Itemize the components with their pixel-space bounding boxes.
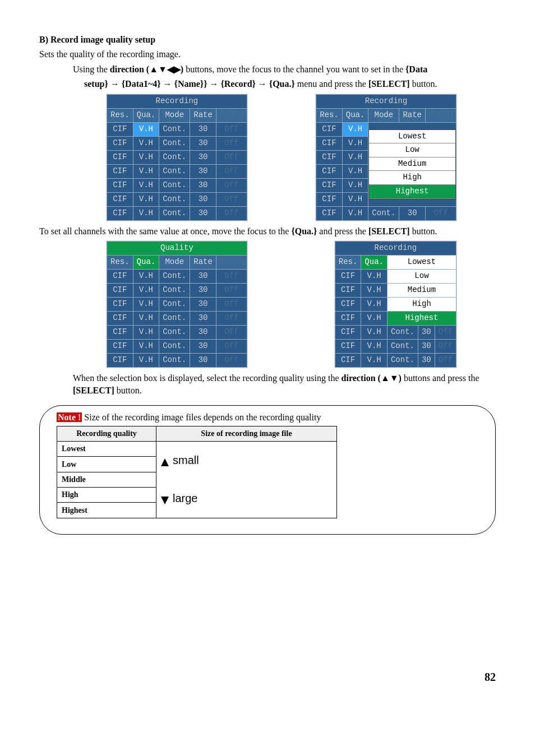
cell: 30 — [418, 325, 435, 339]
quality-dropdown[interactable]: Lowest Low Medium High Highest — [368, 129, 456, 200]
cell: V.H — [342, 192, 368, 206]
col-res: Res. — [316, 108, 343, 122]
table-row[interactable]: CIFV.HHigh — [335, 297, 456, 311]
size-diagram: small large — [156, 441, 337, 518]
table-row[interactable]: CIFV.HCont.30Off — [107, 164, 247, 178]
cell: Off — [216, 311, 247, 325]
dropdown-option[interactable]: Lowest — [369, 130, 455, 144]
txt: buttons and press the — [402, 373, 479, 383]
txt: [SELECT] — [368, 79, 410, 89]
dropdown-option[interactable]: Medium — [369, 157, 455, 171]
table-row[interactable]: CIFV.HCont.30Off — [107, 206, 247, 220]
col-qua-selected[interactable]: Qua. — [133, 255, 159, 269]
cell: Cont. — [159, 353, 190, 367]
table-title: Recording — [107, 94, 247, 108]
cell: CIF — [107, 283, 133, 297]
table-row[interactable]: CIFV.HCont.30Off — [107, 122, 247, 136]
quality-option[interactable]: High — [387, 297, 456, 311]
page-number: 82 — [39, 669, 496, 685]
quality-level: Highest — [57, 503, 156, 518]
cell-selected[interactable]: V.H — [133, 122, 159, 136]
cell: Off — [216, 136, 247, 150]
txt: Using the — [73, 64, 110, 74]
table-row[interactable]: CIFV.HCont.30Off — [107, 192, 247, 206]
cell: 30 — [190, 206, 216, 220]
cell: Cont. — [159, 150, 190, 164]
table-row[interactable]: CIFV.HCont.30Off — [107, 297, 247, 311]
table-row[interactable]: CIFV.HMedium — [335, 283, 456, 297]
cell: CIF — [107, 269, 133, 283]
cell: CIF — [316, 136, 343, 150]
table-row[interactable]: CIFV.HCont.30Off — [107, 353, 247, 367]
cell: V.H — [133, 339, 159, 353]
txt: When the selection box is displayed, sel… — [73, 373, 342, 383]
arrow-icon: → — [207, 79, 220, 89]
cell: CIF — [335, 325, 361, 339]
table-row[interactable]: CIFV.HCont.30Off — [107, 325, 247, 339]
cell: CIF — [107, 164, 133, 178]
instruction-line-1: Using the direction (▲▼◀▶) buttons, move… — [73, 63, 496, 76]
cell: Off — [216, 150, 247, 164]
cell: 30 — [418, 339, 435, 353]
txt: buttons, move the focus to the channel y… — [183, 64, 405, 74]
table-row[interactable]: CIFV.HCont.30Off — [107, 136, 247, 150]
note-th-quality: Recording quality — [57, 426, 156, 442]
dropdown-option[interactable]: High — [369, 171, 455, 185]
col-rate: Rate — [399, 108, 426, 122]
cell: Cont. — [387, 325, 418, 339]
table-row[interactable]: CIFV.HCont.30Off — [107, 178, 247, 192]
col-qua-selected[interactable]: Qua. — [361, 255, 388, 269]
small-label: small — [173, 454, 199, 466]
table-row[interactable]: CIFV.HHighest — [335, 311, 456, 325]
cell: CIF — [107, 297, 133, 311]
quality-option[interactable]: Lowest — [387, 255, 456, 269]
cell: Off — [216, 269, 247, 283]
dropdown-option[interactable]: Low — [369, 143, 455, 157]
col-qua: Qua. — [133, 108, 159, 122]
table-row[interactable]: CIFV.HCont.30Off — [335, 353, 456, 367]
direction-label: direction (▲▼◀▶) — [110, 64, 183, 74]
quality-option[interactable]: Low — [387, 269, 456, 283]
quality-level: High — [57, 487, 156, 502]
quality-option[interactable]: Medium — [387, 283, 456, 297]
cell: V.H — [133, 150, 159, 164]
cell: CIF — [316, 206, 343, 220]
cell: 30 — [190, 122, 216, 136]
table-row[interactable]: CIFV.HCont.30Off — [335, 339, 456, 353]
cell: Off — [216, 206, 247, 220]
cell: CIF — [335, 353, 361, 367]
table-row[interactable]: CIFV.HCont.30Off — [316, 206, 456, 220]
cell: V.H — [361, 339, 388, 353]
cell: CIF — [107, 150, 133, 164]
dropdown-option-selected[interactable]: Highest — [369, 185, 455, 199]
cell: V.H — [133, 164, 159, 178]
table-row[interactable]: CIFV.HCont.30Off — [107, 339, 247, 353]
table-row[interactable]: CIFV.HCont.30Off — [107, 311, 247, 325]
table-row[interactable]: CIFV.HCont.30Off — [107, 283, 247, 297]
cell: CIF — [107, 192, 133, 206]
cell: Cont. — [159, 297, 190, 311]
cell: V.H — [361, 311, 388, 325]
txt: button. — [410, 79, 437, 89]
table-row[interactable]: CIFV.HCont.30Off — [107, 269, 247, 283]
recording-table-1: Recording Res. Qua. Mode Rate Audio CIFV… — [107, 94, 247, 221]
txt: {Name}} — [174, 79, 207, 89]
quality-option-selected[interactable]: Highest — [387, 311, 456, 325]
note-badge: Note ! — [57, 412, 82, 422]
table-row[interactable]: CIFV.HCont.30Off — [335, 325, 456, 339]
col-rate: Rate — [190, 255, 216, 269]
table-title: Quality — [107, 241, 247, 255]
note-th-size: Size of recording image file — [156, 426, 337, 442]
cell: V.H — [361, 353, 388, 367]
cell-selected[interactable]: V.H — [342, 122, 368, 136]
table-row[interactable]: CIFV.HLow — [335, 269, 456, 283]
col-qua: Qua. — [342, 108, 368, 122]
cell: Cont. — [159, 269, 190, 283]
cell: V.H — [133, 178, 159, 192]
cell: Off — [425, 206, 456, 220]
table-row[interactable]: CIFV.HCont.30Off — [107, 150, 247, 164]
table-row[interactable]: CIFV.H Lowest Low Medium High Highest — [316, 122, 456, 136]
arrow-icon: → — [161, 79, 174, 89]
cell: CIF — [107, 122, 133, 136]
cell: 30 — [190, 269, 216, 283]
